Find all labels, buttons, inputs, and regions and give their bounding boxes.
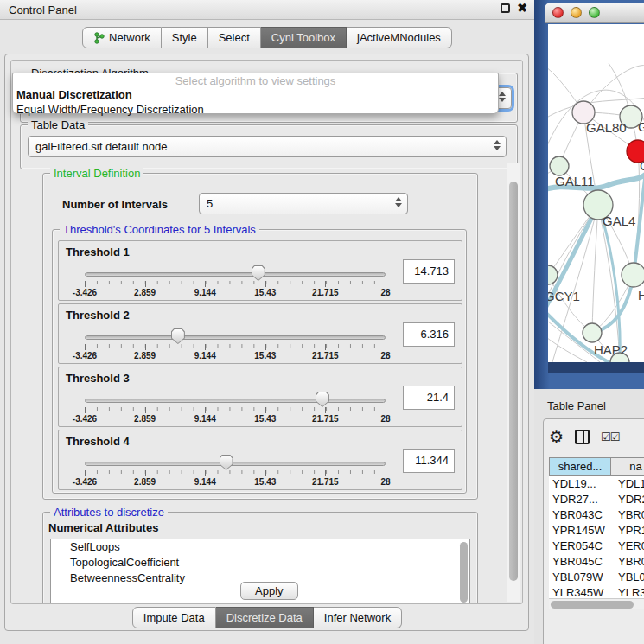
- slider-handle[interactable]: [316, 392, 329, 407]
- node-hap2[interactable]: [583, 323, 602, 342]
- cell: YBL0: [611, 570, 644, 585]
- tick-label: 21.715: [312, 477, 339, 487]
- slider-handle[interactable]: [252, 265, 265, 281]
- num-intervals-combo[interactable]: 5: [199, 193, 408, 214]
- tick-label: 21.715: [312, 351, 339, 360]
- scrollbar-thumb[interactable]: [551, 601, 634, 609]
- tab-discretize-data[interactable]: Discretize Data: [216, 607, 314, 628]
- apply-button[interactable]: Apply: [240, 582, 298, 600]
- table-data-combo[interactable]: galFiltered.sif default node: [28, 136, 507, 157]
- table-row[interactable]: YBR045C YBR0: [549, 554, 644, 570]
- select-columns-icon[interactable]: ☑☑: [601, 430, 619, 443]
- tab-network[interactable]: Network: [82, 27, 162, 48]
- network-canvas[interactable]: GAL80 GA C GAL11 GAL4 GCY1 H HAP2: [548, 24, 644, 362]
- list-item[interactable]: SelfLoops: [51, 539, 469, 555]
- cell: YDL1: [611, 476, 644, 492]
- tab-infer-network-label: Infer Network: [324, 611, 391, 624]
- threshold-value-field[interactable]: 21.4: [403, 386, 455, 410]
- bottom-tab-bar: Impute Data Discretize Data Infer Networ…: [0, 607, 534, 628]
- dropdown-option-equal-width[interactable]: Equal Width/Frequency Discretization: [13, 102, 498, 117]
- cell: YBR045C: [549, 554, 611, 570]
- tick-label: 9.144: [194, 414, 216, 424]
- combo-arrows-icon: [494, 140, 501, 150]
- slider-track[interactable]: [85, 335, 386, 340]
- table-row[interactable]: YBR043C YBR0: [549, 507, 644, 523]
- node-label: GCY1: [548, 289, 580, 303]
- cell: YDR2: [611, 492, 644, 507]
- thresholds-group-title: Threshold's Coordinates for 5 Intervals: [60, 223, 259, 236]
- table-row[interactable]: YDR27... YDR2: [549, 492, 644, 507]
- tab-cyni-toolbox[interactable]: Cyni Toolbox: [261, 27, 347, 48]
- threshold-slider[interactable]: -3.426 2.859 9.144 15.43 21.715 28: [85, 271, 386, 296]
- threshold-value-field[interactable]: 6.316: [403, 322, 455, 347]
- tick-label: -3.426: [73, 351, 97, 360]
- tab-jactivemnodules[interactable]: jActiveMNodules: [347, 27, 452, 48]
- tick-label: 28: [380, 477, 390, 487]
- table-row[interactable]: YER054C YER0: [549, 539, 644, 554]
- slider-track[interactable]: [85, 462, 386, 466]
- float-window-icon[interactable]: [501, 3, 510, 13]
- cell: YBR043C: [549, 507, 611, 523]
- slider-minor-ticks: [85, 407, 386, 411]
- tab-impute-data[interactable]: Impute Data: [132, 607, 216, 628]
- numerical-attributes-label: Numerical Attributes: [48, 521, 158, 534]
- table-data-group: Table Data galFiltered.sif default node: [20, 124, 518, 169]
- split-columns-icon[interactable]: [575, 430, 590, 444]
- cell: YDL19...: [549, 476, 611, 492]
- interval-definition-group: Interval Definition Number of Intervals …: [42, 173, 478, 500]
- node-label: GAL11: [555, 174, 595, 188]
- zoom-traffic-light-icon[interactable]: [589, 7, 600, 18]
- list-item[interactable]: TopologicalCoefficient: [51, 555, 469, 571]
- column-header-name[interactable]: na: [611, 457, 644, 476]
- table-row[interactable]: YPR145W YPR1: [549, 523, 644, 539]
- tab-network-label: Network: [109, 31, 150, 44]
- dropdown-placeholder: Select algorithm to view settings: [13, 75, 498, 87]
- tick-label: 2.859: [134, 477, 156, 487]
- node-gcy1[interactable]: [548, 265, 558, 284]
- list-scrollbar[interactable]: [460, 542, 468, 603]
- canvas-bottom-strip: [548, 362, 644, 373]
- slider-track[interactable]: [85, 399, 386, 403]
- scrollbar-thumb[interactable]: [509, 182, 518, 581]
- tab-select[interactable]: Select: [208, 27, 261, 48]
- tab-style[interactable]: Style: [162, 27, 208, 48]
- node-gal11[interactable]: [550, 156, 569, 175]
- slider-track[interactable]: [85, 272, 386, 277]
- threshold-value-field[interactable]: 11.344: [403, 449, 455, 473]
- node-h[interactable]: [622, 263, 644, 287]
- network-window-titlebar[interactable]: [545, 3, 644, 23]
- node-label: H: [638, 288, 644, 303]
- threshold-value-field[interactable]: 14.713: [403, 259, 455, 284]
- close-traffic-light-icon[interactable]: [552, 7, 564, 18]
- tick-label: 15.43: [254, 477, 276, 487]
- node-label: GAL80: [586, 120, 627, 135]
- threshold-slider[interactable]: -3.426 2.859 9.144 15.43 21.715 28: [85, 334, 386, 360]
- node-label: GA: [638, 119, 644, 134]
- combo-arrows-icon: [395, 197, 402, 207]
- slider-handle[interactable]: [171, 328, 185, 344]
- gear-icon[interactable]: ⚙: [549, 429, 564, 445]
- tick-label: 2.859: [134, 288, 156, 297]
- control-panel-titlebar: Control Panel ✖: [0, 0, 534, 20]
- threshold-slider[interactable]: -3.426 2.859 9.144 15.43 21.715 28: [85, 397, 386, 423]
- close-icon[interactable]: ✖: [517, 3, 527, 13]
- cell: YPR145W: [549, 523, 611, 539]
- node-label: C: [640, 158, 644, 173]
- column-header-shared-name[interactable]: shared...: [549, 457, 611, 476]
- attributes-group-title: Attributes to discretize: [50, 506, 168, 519]
- table-data-value: galFiltered.sif default node: [35, 140, 167, 153]
- tick-label: 21.715: [312, 288, 339, 297]
- table-row[interactable]: YBL079W YBL0: [549, 570, 644, 585]
- tick-label: 28: [380, 351, 390, 360]
- tab-select-label: Select: [219, 31, 250, 44]
- table-horizontal-scrollbar[interactable]: [549, 598, 644, 609]
- thresholds-group: Threshold's Coordinates for 5 Intervals …: [52, 229, 467, 494]
- minimize-traffic-light-icon[interactable]: [571, 7, 582, 18]
- settings-scrollbar[interactable]: [507, 163, 520, 602]
- table-row[interactable]: YDL19... YDL1: [549, 476, 644, 492]
- slider-handle[interactable]: [220, 455, 233, 470]
- table-data-title: Table Data: [28, 118, 88, 131]
- dropdown-option-manual[interactable]: Manual Discretization: [13, 87, 498, 102]
- threshold-slider[interactable]: -3.426 2.859 9.144 15.43 21.715 28: [85, 460, 386, 486]
- tab-infer-network[interactable]: Infer Network: [314, 607, 402, 628]
